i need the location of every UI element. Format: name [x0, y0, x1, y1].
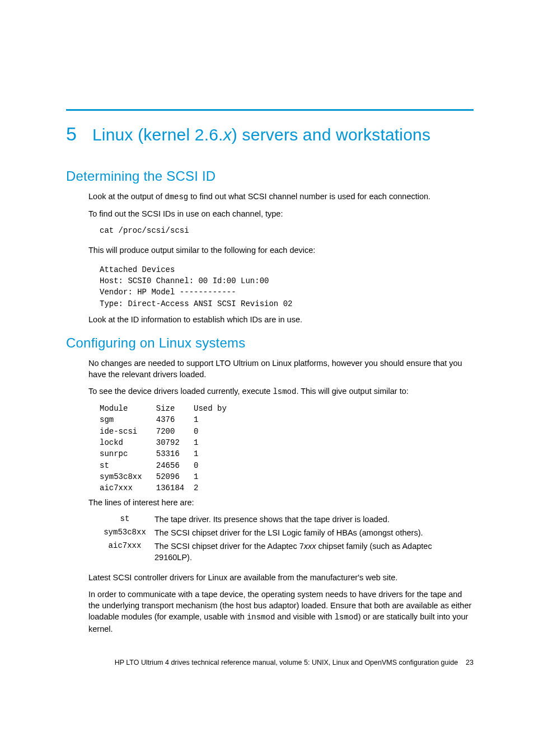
- section-body: No changes are needed to support LTO Ult…: [88, 358, 474, 494]
- paragraph: This will produce output similar to the …: [88, 245, 474, 256]
- chapter-title-ital: x: [223, 125, 232, 144]
- paragraph: To see the device drivers loaded current…: [88, 386, 474, 397]
- inline-code: lsmod: [335, 613, 358, 622]
- text: to find out what SCSI channel number is …: [188, 192, 430, 201]
- inline-code: dmesg: [165, 192, 188, 201]
- section-title: Determining the SCSI ID: [66, 168, 474, 184]
- table-row: sym53c8xx The SCSI chipset driver for th…: [100, 526, 474, 539]
- text: The SCSI chipset driver for the Adaptec …: [154, 542, 304, 551]
- chapter-title: Linux (kernel 2.6.x) servers and worksta…: [92, 125, 430, 144]
- section-title: Configuring on Linux systems: [66, 335, 474, 351]
- paragraph: Look at the ID information to establish …: [88, 314, 474, 325]
- text: The tape driver. Its presence shows that…: [154, 515, 390, 524]
- section-body: Attached Devices Host: SCSI0 Channel: 00…: [88, 264, 474, 325]
- chapter-title-post: ) servers and workstations: [232, 125, 430, 144]
- paragraph: Latest SCSI controller drivers for Linux…: [88, 572, 474, 583]
- text: . This will give output similar to:: [296, 387, 408, 396]
- paragraph: The lines of interest here are:: [88, 498, 474, 507]
- inline-code: lsmod: [273, 387, 296, 396]
- paragraph: No changes are needed to support LTO Ult…: [88, 358, 474, 380]
- driver-table: st The tape driver. Its presence shows t…: [100, 513, 474, 564]
- page-footer: HP LTO Ultrium 4 drives technical refere…: [66, 659, 474, 666]
- table-row: st The tape driver. Its presence shows t…: [100, 513, 474, 526]
- page: 5 Linux (kernel 2.6.x) servers and works…: [0, 0, 534, 756]
- inline-code: insmod: [247, 613, 275, 622]
- driver-name: st: [100, 513, 154, 526]
- section-body: Look at the output of dmesg to find out …: [88, 191, 474, 237]
- text-ital: xxx: [304, 542, 316, 551]
- page-number: 23: [466, 659, 474, 666]
- code-block: Attached Devices Host: SCSI0 Channel: 00…: [100, 264, 474, 309]
- paragraph: Look at the output of dmesg to find out …: [88, 191, 474, 203]
- code-block: Module Size Used by sgm 4376 1 ide-scsi …: [100, 403, 474, 494]
- section-configuring-linux: Configuring on Linux systems No changes …: [66, 335, 474, 635]
- section-body: st The tape driver. Its presence shows t…: [88, 513, 474, 634]
- chapter-title-pre: Linux (kernel 2.6.: [92, 125, 223, 144]
- paragraph: In order to communicate with a tape devi…: [88, 589, 474, 634]
- chapter-number: 5: [66, 123, 77, 145]
- driver-name: aic7xxx: [100, 539, 154, 564]
- text: Look at the output of: [88, 192, 165, 201]
- top-rule: [66, 109, 474, 111]
- footer-text: HP LTO Ultrium 4 drives technical refere…: [115, 659, 458, 666]
- driver-desc: The tape driver. Its presence shows that…: [154, 513, 474, 526]
- driver-desc: The SCSI chipset driver for the LSI Logi…: [154, 526, 474, 539]
- driver-desc: The SCSI chipset driver for the Adaptec …: [154, 539, 474, 564]
- code-block: cat /proc/scsi/scsi: [100, 225, 474, 236]
- section-determining-scsi-id: Determining the SCSI ID Look at the outp…: [66, 168, 474, 325]
- text: To see the device drivers loaded current…: [88, 387, 273, 396]
- table-row: aic7xxx The SCSI chipset driver for the …: [100, 539, 474, 564]
- text: and visible with: [275, 612, 334, 621]
- paragraph: To find out the SCSI IDs in use on each …: [88, 208, 474, 219]
- text: The SCSI chipset driver for the LSI Logi…: [154, 528, 423, 537]
- chapter-heading: 5 Linux (kernel 2.6.x) servers and works…: [66, 123, 474, 145]
- driver-name: sym53c8xx: [100, 526, 154, 539]
